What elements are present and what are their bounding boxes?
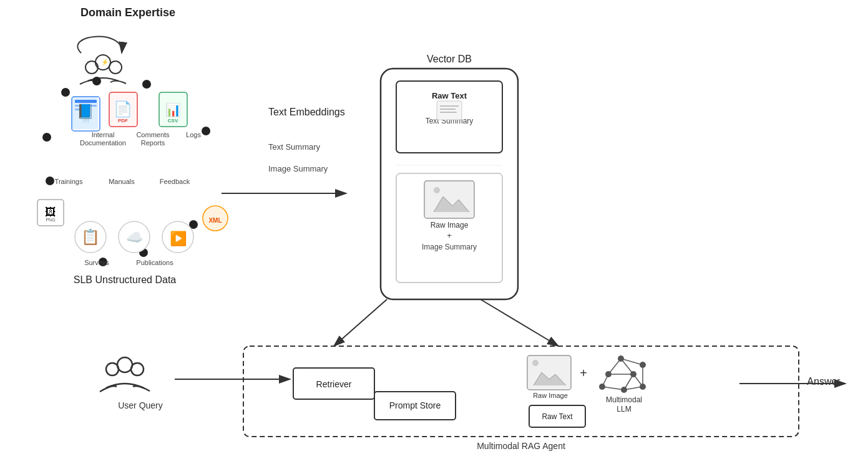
svg-line-91 (334, 299, 387, 346)
svg-point-6 (142, 80, 151, 89)
svg-point-79 (618, 356, 624, 362)
svg-text:📊: 📊 (165, 102, 181, 117)
svg-text:Manuals: Manuals (109, 178, 135, 185)
svg-text:⚡: ⚡ (101, 58, 109, 66)
svg-text:📄: 📄 (114, 100, 132, 118)
svg-text:PNG: PNG (46, 218, 55, 222)
image-summary-embed-label: Image Summary (268, 164, 328, 173)
svg-text:🖼: 🖼 (45, 206, 56, 218)
svg-text:Publications: Publications (136, 259, 173, 266)
multimodal-llm-label: Multimodal (606, 395, 642, 404)
svg-text:LLM: LLM (617, 405, 631, 414)
svg-text:Internal: Internal (92, 131, 115, 138)
raw-image-label: Raw Image (431, 221, 469, 230)
svg-point-5 (92, 77, 101, 85)
svg-text:Logs: Logs (186, 131, 201, 138)
svg-point-89 (106, 363, 119, 375)
svg-line-92 (480, 299, 558, 346)
svg-point-4 (61, 88, 70, 97)
svg-text:CSV: CSV (168, 118, 178, 123)
svg-point-60 (434, 187, 440, 193)
answer-label: Answer (807, 376, 841, 387)
svg-point-81 (630, 371, 636, 377)
vector-db-label: Vector DB (427, 54, 472, 64)
svg-text:Feedback: Feedback (160, 178, 190, 185)
svg-text:📘: 📘 (77, 103, 94, 120)
svg-text:Comments: Comments (136, 131, 170, 138)
svg-point-87 (117, 357, 132, 372)
svg-point-10 (46, 177, 54, 185)
svg-text:PDF: PDF (118, 118, 128, 123)
svg-rect-59 (424, 181, 474, 218)
svg-point-80 (605, 371, 612, 377)
svg-text:☁️: ☁️ (126, 229, 144, 246)
prompt-store-label: Prompt Store (389, 400, 441, 410)
svg-point-83 (599, 384, 605, 390)
svg-rect-53 (437, 101, 462, 120)
svg-point-84 (640, 384, 646, 390)
svg-point-88 (131, 363, 144, 375)
svg-text:+: + (447, 231, 452, 240)
svg-point-9 (202, 127, 210, 135)
text-summary-embed-label: Text Summary (268, 142, 321, 152)
svg-text:Reports: Reports (141, 139, 165, 147)
svg-text:Surveys: Surveys (84, 259, 109, 266)
svg-point-82 (640, 362, 646, 368)
svg-point-85 (621, 387, 627, 393)
svg-text:▶️: ▶️ (170, 230, 187, 247)
svg-text:XML: XML (208, 217, 222, 224)
raw-text-bottom-label: Raw Text (542, 412, 573, 421)
retriever-label: Retriever (316, 379, 352, 389)
svg-text:Trainings: Trainings (55, 178, 83, 185)
plus-bottom: + (580, 366, 587, 380)
svg-text:Documentation: Documentation (80, 139, 126, 147)
svg-text:📋: 📋 (81, 228, 100, 246)
rag-agent-label: Multimodal RAG Agent (477, 441, 565, 451)
user-query-label: User Query (118, 400, 163, 410)
user-icon (100, 357, 150, 392)
svg-point-67 (532, 360, 539, 366)
svg-text:Image Summary: Image Summary (422, 243, 477, 251)
svg-point-2 (85, 61, 98, 74)
svg-point-8 (42, 133, 51, 142)
main-diagram-svg: ⚡ 📄 📘 📄 PDF 📊 CSV 🖼 PNG (0, 0, 868, 474)
svg-point-1 (109, 61, 122, 74)
diagram-container: ⚡ 📄 📘 📄 PDF 📊 CSV 🖼 PNG (0, 0, 868, 474)
text-embeddings-label: Text Embeddings (268, 107, 345, 117)
raw-text-label: Raw Text (432, 91, 467, 100)
raw-image-bottom-label: Raw Image (533, 392, 568, 399)
